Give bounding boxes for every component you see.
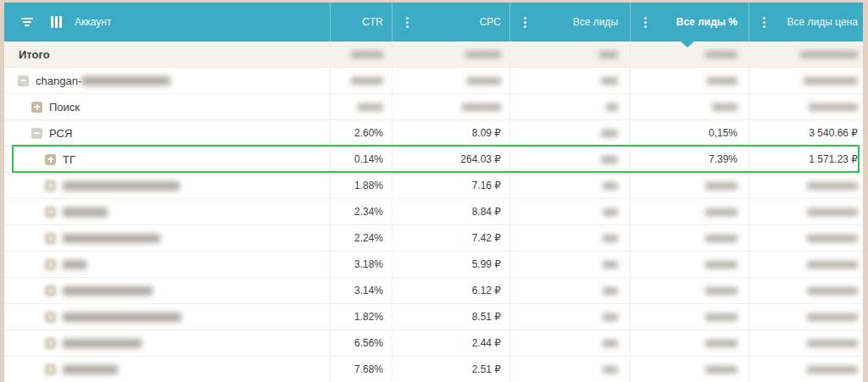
table-row[interactable]: ТГ0.14%264.03 ₽7.39%1 571.23 ₽ xyxy=(4,147,863,173)
column-menu-icon[interactable] xyxy=(510,3,540,42)
row-menu-cell xyxy=(631,330,660,356)
cell-cpc xyxy=(421,94,510,119)
column-header-ctr[interactable]: CTR xyxy=(331,3,392,42)
table-row[interactable]: РСЯ2.60%8.09 ₽0,15%3 540.66 ₽ xyxy=(4,120,863,147)
cell-leads_cost xyxy=(779,68,863,93)
row-label-cell: Поиск xyxy=(4,94,331,119)
row-label: РСЯ xyxy=(49,127,72,140)
cell-leads xyxy=(540,68,631,93)
row-menu-cell xyxy=(631,278,660,303)
column-header-leads-cost[interactable]: Все лиды цена xyxy=(779,3,863,42)
kebab-menu-icon xyxy=(524,21,526,24)
redacted-text xyxy=(603,208,618,216)
table-row[interactable]: 6.56%2.44 ₽ xyxy=(4,330,863,357)
redacted-text xyxy=(603,182,618,190)
row-menu-cell xyxy=(510,173,540,198)
table-row[interactable]: 7.68%2.51 ₽ xyxy=(4,357,863,382)
cell-leads_pct xyxy=(660,278,749,303)
row-label: Поиск xyxy=(49,101,80,113)
redacted-text xyxy=(705,51,737,58)
redacted-text xyxy=(63,234,160,243)
cell-ctr: 3.14% xyxy=(331,278,392,303)
redacted-text xyxy=(705,340,737,347)
row-label: Итого xyxy=(19,48,50,61)
table-row[interactable]: Итого xyxy=(4,42,863,68)
cell-ctr: 1.88% xyxy=(331,173,392,198)
column-menu-icon[interactable] xyxy=(749,3,779,42)
row-menu-cell xyxy=(631,68,660,93)
redacted-text xyxy=(705,287,737,295)
table-row[interactable]: 2.34%8.84 ₽ xyxy=(4,199,863,225)
tree-indent xyxy=(4,238,45,239)
table-row[interactable]: 3.14%6.12 ₽ xyxy=(4,278,863,304)
redacted-text xyxy=(603,287,618,295)
cell-ctr: 1.82% xyxy=(331,304,392,329)
tree-indent xyxy=(4,212,45,213)
redacted-text xyxy=(705,261,737,269)
redacted-text xyxy=(712,103,737,111)
redacted-text xyxy=(63,286,153,296)
expand-icon[interactable] xyxy=(31,102,42,113)
row-menu-cell xyxy=(631,252,660,277)
row-menu-cell xyxy=(510,120,540,146)
column-menu-icon[interactable] xyxy=(392,3,421,42)
cell-leads_cost: 3 540.66 ₽ xyxy=(779,120,863,146)
cell-leads_pct xyxy=(660,330,749,356)
row-menu-cell xyxy=(631,94,660,119)
redacted-text xyxy=(81,76,170,86)
columns-icon[interactable] xyxy=(51,16,62,28)
table-row[interactable]: 1.88%7.16 ₽ xyxy=(4,173,863,199)
kebab-menu-icon xyxy=(763,21,765,24)
table-row[interactable]: 3.18%5.99 ₽ xyxy=(4,252,863,278)
row-menu-cell xyxy=(749,42,779,67)
table-row[interactable]: Поиск xyxy=(4,94,863,120)
table-row[interactable]: 1.82%8.51 ₽ xyxy=(4,304,863,330)
row-menu-cell xyxy=(392,199,421,224)
table-row[interactable]: changan- xyxy=(4,68,863,94)
row-menu-cell xyxy=(392,278,421,303)
cell-cpc: 8.84 ₽ xyxy=(421,199,510,224)
redacted-text xyxy=(358,103,383,111)
redacted-text xyxy=(807,235,858,242)
row-label-cell xyxy=(4,278,331,303)
filter-icon[interactable] xyxy=(21,18,33,26)
cell-ctr xyxy=(331,94,392,119)
cell-cpc: 8.51 ₽ xyxy=(421,304,510,329)
tree-indent xyxy=(4,80,18,81)
cell-leads_pct xyxy=(660,42,749,67)
cell-ctr: 2.24% xyxy=(331,225,392,251)
cell-leads_cost xyxy=(779,94,863,119)
redacted-tree-icon xyxy=(45,207,56,218)
tree-indent xyxy=(4,369,45,370)
expand-icon[interactable] xyxy=(45,154,56,165)
cell-leads xyxy=(540,225,631,251)
column-menu-icon[interactable] xyxy=(631,3,660,42)
row-menu-cell xyxy=(749,225,779,251)
table-row[interactable]: 2.24%7.42 ₽ xyxy=(4,225,863,252)
row-label-cell: РСЯ xyxy=(4,120,331,146)
redacted-text xyxy=(807,208,858,216)
collapse-icon[interactable] xyxy=(18,75,29,86)
redacted-tree-icon xyxy=(45,285,56,296)
collapse-icon[interactable] xyxy=(31,128,42,139)
redacted-text xyxy=(465,51,501,58)
redacted-text xyxy=(807,287,858,295)
row-label-cell xyxy=(4,357,331,382)
tree-indent xyxy=(4,159,45,160)
cell-leads xyxy=(540,120,631,146)
cell-leads_pct xyxy=(660,304,749,329)
row-menu-cell xyxy=(392,120,421,146)
column-header-cpc[interactable]: CPC xyxy=(421,3,510,42)
row-menu-cell xyxy=(392,68,421,93)
redacted-text xyxy=(800,51,858,58)
redacted-text xyxy=(807,261,858,269)
redacted-text xyxy=(603,340,618,347)
row-menu-cell xyxy=(631,304,660,329)
row-menu-cell xyxy=(631,225,660,251)
cell-leads_cost xyxy=(779,330,863,356)
cell-leads_pct xyxy=(660,173,749,198)
redacted-text xyxy=(63,181,180,191)
column-header-leads-pct[interactable]: Все лиды % xyxy=(660,3,749,42)
column-header-leads[interactable]: Все лиды xyxy=(540,3,631,42)
redacted-text xyxy=(351,51,383,58)
